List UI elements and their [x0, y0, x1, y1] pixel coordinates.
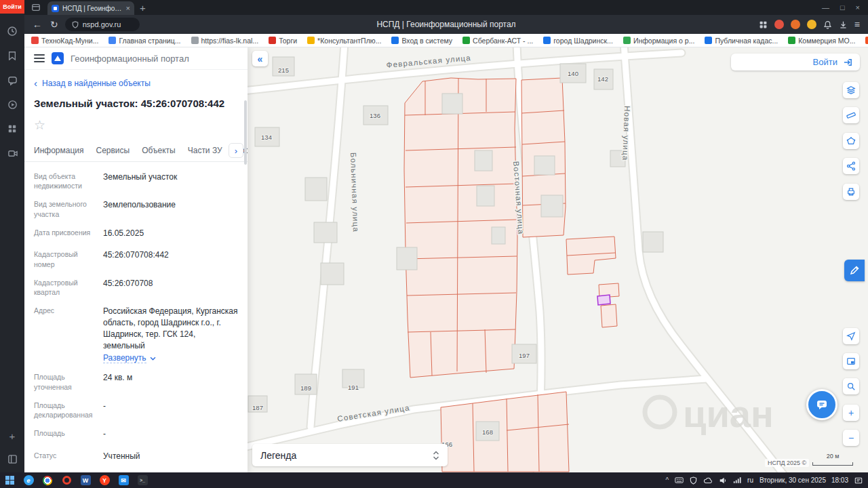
- field-row: Кадастровый квартал 45:26:070708: [34, 278, 238, 297]
- cloud-tray-icon[interactable]: [703, 477, 713, 484]
- overview-map-button[interactable]: [843, 353, 859, 369]
- window-close-button[interactable]: ×: [856, 3, 860, 12]
- bookmark-item[interactable]: Главная страниц...: [108, 37, 180, 45]
- action-center-icon[interactable]: [854, 476, 863, 485]
- downloads-icon[interactable]: [839, 20, 848, 29]
- browser-tab[interactable]: НСПД | Геоинформаци... ×: [47, 1, 134, 15]
- back-to-results-link[interactable]: ‹ Назад в найденные объекты: [34, 78, 238, 88]
- keyboard-tray-icon[interactable]: [675, 476, 684, 484]
- video-call-icon[interactable]: [5, 146, 19, 160]
- bookmark-item[interactable]: город Шадринск...: [543, 37, 613, 45]
- taskbar-mail-icon[interactable]: ✉: [114, 472, 133, 488]
- bookmark-item[interactable]: Стартовая стран...: [865, 37, 868, 45]
- bookmark-item[interactable]: https://fias-lk.nal...: [191, 37, 259, 45]
- taskbar-console-icon[interactable]: >_: [133, 472, 152, 488]
- selected-parcel[interactable]: [597, 295, 610, 305]
- tab-list-icon[interactable]: [31, 3, 41, 12]
- panel-tab[interactable]: Части ЗУ: [188, 141, 222, 161]
- notifications-bell-icon[interactable]: [823, 20, 832, 29]
- back-button[interactable]: ←: [33, 19, 42, 30]
- bookmark-item[interactable]: Вход в систему: [391, 37, 452, 45]
- map-viewport[interactable]: циан Февральская улица Больничная улица …: [248, 47, 868, 472]
- taskbar-chrome-icon[interactable]: [38, 472, 57, 488]
- profile-avatar[interactable]: [791, 20, 800, 29]
- print-button[interactable]: [843, 184, 859, 200]
- bookmark-item[interactable]: ТехноКад-Муни...: [31, 37, 98, 45]
- draw-panel-button[interactable]: [844, 260, 865, 281]
- locate-button[interactable]: [843, 328, 859, 344]
- browser-menu-icon[interactable]: ≡: [854, 19, 860, 30]
- area-polygon-button[interactable]: [843, 133, 859, 149]
- bookmark-item[interactable]: Сбербанк-АСТ - ...: [462, 37, 533, 45]
- field-label: Адрес: [34, 306, 103, 363]
- extensions-icon[interactable]: [759, 20, 768, 29]
- bookmark-label: https://fias-lk.nal...: [201, 37, 259, 45]
- security-tray-icon[interactable]: [690, 476, 697, 485]
- services-grid-icon[interactable]: [5, 122, 19, 136]
- bookmark-item[interactable]: Публичная кадас...: [705, 37, 778, 45]
- panel-scrollbar[interactable]: [244, 100, 247, 165]
- url-text: nspd.gov.ru: [83, 20, 121, 28]
- bookmarks-icon[interactable]: [5, 49, 19, 62]
- collapse-panel-button[interactable]: «: [252, 51, 268, 66]
- bookmark-item[interactable]: *КонсультантПлю...: [307, 37, 381, 45]
- measure-ruler-button[interactable]: [843, 107, 859, 123]
- login-icon: [843, 58, 853, 67]
- field-label: Площадь уточненная: [34, 372, 103, 391]
- bookmark-item[interactable]: Коммерция МО...: [788, 37, 855, 45]
- panel-tab[interactable]: Объекты: [142, 141, 176, 161]
- start-button[interactable]: [0, 472, 19, 488]
- panel-tab[interactable]: Информация: [34, 141, 83, 161]
- panel-tab[interactable]: Сервисы: [96, 141, 130, 161]
- search-area-button[interactable]: [843, 378, 859, 394]
- screen: Войти + НСПД |: [0, 0, 868, 488]
- field-label: Статус: [34, 451, 103, 464]
- menu-hamburger-icon[interactable]: [34, 54, 45, 62]
- bookmark-label: Сбербанк-АСТ - ...: [473, 37, 533, 45]
- browser-side-panel: Войти +: [0, 0, 24, 472]
- field-row: Адрес Российская Федерация, Курганская о…: [34, 306, 238, 363]
- dzen-icon[interactable]: [5, 98, 19, 111]
- legend-toggle[interactable]: Легенда: [252, 444, 448, 466]
- new-tab-button[interactable]: +: [140, 2, 146, 14]
- taskbar-browser-icon[interactable]: e: [19, 472, 38, 488]
- svg-text:140: 140: [568, 70, 578, 77]
- network-tray-icon[interactable]: [733, 476, 741, 484]
- map-login-button[interactable]: Войти: [731, 54, 860, 70]
- share-button[interactable]: [843, 158, 859, 174]
- history-icon[interactable]: [5, 24, 19, 38]
- svg-text:134: 134: [261, 134, 272, 141]
- add-panel-icon[interactable]: +: [5, 429, 19, 443]
- reload-button[interactable]: ↻: [50, 19, 58, 30]
- browser-login-button[interactable]: Войти: [0, 0, 24, 14]
- address-bar[interactable]: nspd.gov.ru: [65, 18, 140, 31]
- hidden-icons-button[interactable]: ^: [665, 476, 669, 484]
- tabs-scroll-button[interactable]: ›: [229, 143, 243, 158]
- bookmark-item[interactable]: Информация о р...: [623, 37, 695, 45]
- taskbar-clock[interactable]: Вторник, 30 сен 202518:03: [760, 476, 848, 484]
- profile-avatar[interactable]: [774, 20, 784, 29]
- bookmark-item[interactable]: Торги: [269, 37, 297, 45]
- taskbar-yandex-icon[interactable]: Y: [95, 472, 114, 488]
- chat-fab-button[interactable]: [806, 389, 837, 420]
- field-label: Вид объекта недвижимости: [34, 171, 103, 190]
- taskbar-opera-icon[interactable]: [57, 472, 76, 488]
- zoom-out-button[interactable]: −: [843, 430, 859, 446]
- tab-close-icon[interactable]: ×: [126, 5, 130, 12]
- zoom-in-button[interactable]: +: [843, 405, 859, 421]
- volume-tray-icon[interactable]: [719, 476, 727, 485]
- bookmark-favicon: [543, 37, 551, 44]
- panel-settings-icon[interactable]: [5, 452, 19, 466]
- field-row: Площадь декларированная -: [34, 401, 238, 420]
- window-maximize-button[interactable]: □: [840, 3, 845, 12]
- messenger-icon[interactable]: [5, 73, 19, 87]
- map-attribution: НСПД 2025 ©: [765, 459, 809, 467]
- language-indicator[interactable]: ru: [747, 476, 753, 484]
- map-canvas[interactable]: циан Февральская улица Больничная улица …: [248, 47, 868, 472]
- layers-button[interactable]: [843, 82, 859, 98]
- taskbar-word-icon[interactable]: W: [76, 472, 95, 488]
- expand-link[interactable]: Развернуть: [103, 353, 146, 363]
- window-minimize-button[interactable]: —: [822, 3, 829, 12]
- profile-avatar[interactable]: [807, 20, 816, 29]
- favorite-star-icon[interactable]: ☆: [34, 119, 238, 131]
